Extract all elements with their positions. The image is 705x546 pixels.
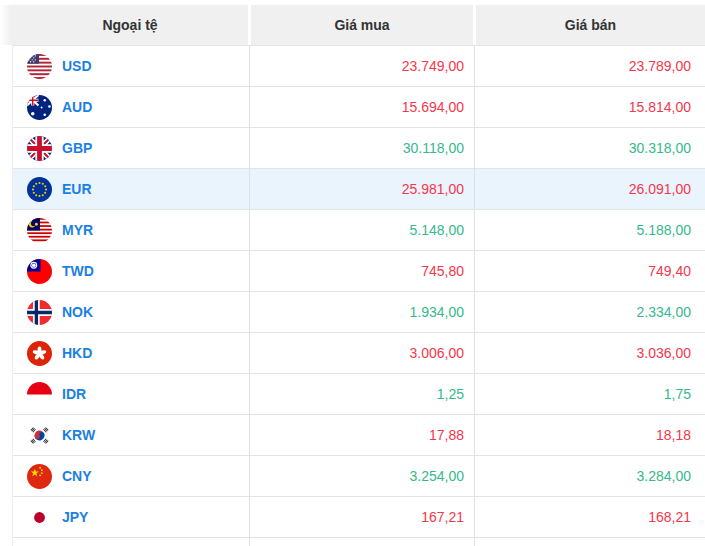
currency-cell: EUR bbox=[13, 169, 249, 209]
col-header-sell-price: Giá bán bbox=[473, 5, 705, 45]
sell-price: 2.334,00 bbox=[474, 292, 705, 332]
currency-cell: NOK bbox=[13, 292, 249, 332]
flag-gbp-icon bbox=[27, 136, 52, 161]
currency-code-link[interactable]: USD bbox=[62, 58, 92, 74]
currency-row-jpy[interactable]: JPY 167,21 168,21 bbox=[12, 496, 705, 537]
exchange-rates-page: Ngoại tệ Giá mua Giá bán USD 23.749,00 2… bbox=[0, 0, 705, 546]
currency-cell: AUD bbox=[13, 87, 249, 127]
currency-code-link[interactable]: JPY bbox=[62, 509, 88, 525]
currency-cell: TWD bbox=[13, 251, 249, 291]
buy-price: 3.254,00 bbox=[249, 456, 474, 496]
sell-price: 30.318,00 bbox=[474, 128, 705, 168]
currency-row-nok[interactable]: NOK 1.934,00 2.334,00 bbox=[12, 291, 705, 332]
buy-price: 30.118,00 bbox=[249, 128, 474, 168]
currency-row-hkd[interactable]: HKD 3.006,00 3.036,00 bbox=[12, 332, 705, 373]
table-header: Ngoại tệ Giá mua Giá bán bbox=[12, 5, 705, 45]
currency-row-cny[interactable]: CNY 3.254,00 3.284,00 bbox=[12, 455, 705, 496]
currency-code-link[interactable]: KRW bbox=[62, 427, 95, 443]
col-header-currency: Ngoại tệ bbox=[12, 5, 248, 45]
buy-price: 167,21 bbox=[249, 497, 474, 537]
currency-code-link[interactable]: CNY bbox=[62, 468, 92, 484]
flag-eur-icon bbox=[27, 177, 52, 202]
flag-jpy-icon bbox=[27, 505, 52, 530]
partial-sell-cell bbox=[474, 538, 705, 546]
partial-currency-cell bbox=[13, 538, 249, 546]
sell-price: 3.036,00 bbox=[474, 333, 705, 373]
currency-cell: IDR bbox=[13, 374, 249, 414]
sell-price: 15.814,00 bbox=[474, 87, 705, 127]
flag-myr-icon bbox=[27, 218, 52, 243]
currency-row-krw[interactable]: KRW 17,88 18,18 bbox=[12, 414, 705, 455]
currency-row-aud[interactable]: AUD 15.694,00 15.814,00 bbox=[12, 86, 705, 127]
sell-price: 5.188,00 bbox=[474, 210, 705, 250]
partial-buy-cell bbox=[249, 538, 474, 546]
sell-price: 168,21 bbox=[474, 497, 705, 537]
buy-price: 15.694,00 bbox=[249, 87, 474, 127]
col-header-buy-price: Giá mua bbox=[248, 5, 473, 45]
currency-code-link[interactable]: NOK bbox=[62, 304, 93, 320]
buy-price: 17,88 bbox=[249, 415, 474, 455]
buy-price: 745,80 bbox=[249, 251, 474, 291]
currency-code-link[interactable]: MYR bbox=[62, 222, 93, 238]
currency-row-eur[interactable]: EUR 25.981,00 26.091,00 bbox=[12, 168, 705, 209]
sell-price: 1,75 bbox=[474, 374, 705, 414]
rates-table: Ngoại tệ Giá mua Giá bán USD 23.749,00 2… bbox=[12, 5, 705, 546]
currency-row-gbp[interactable]: GBP 30.118,00 30.318,00 bbox=[12, 127, 705, 168]
buy-price: 1.934,00 bbox=[249, 292, 474, 332]
currency-cell: HKD bbox=[13, 333, 249, 373]
buy-price: 25.981,00 bbox=[249, 169, 474, 209]
table-body: USD 23.749,00 23.789,00 AUD 15.694,00 15… bbox=[12, 45, 705, 537]
sell-price: 18,18 bbox=[474, 415, 705, 455]
currency-row-idr[interactable]: IDR 1,25 1,75 bbox=[12, 373, 705, 414]
partial-next-row bbox=[12, 537, 705, 546]
currency-cell: MYR bbox=[13, 210, 249, 250]
flag-cny-icon bbox=[27, 464, 52, 489]
currency-code-link[interactable]: HKD bbox=[62, 345, 92, 361]
currency-row-myr[interactable]: MYR 5.148,00 5.188,00 bbox=[12, 209, 705, 250]
currency-cell: KRW bbox=[13, 415, 249, 455]
currency-code-link[interactable]: GBP bbox=[62, 140, 92, 156]
flag-idr-icon bbox=[27, 382, 52, 407]
currency-code-link[interactable]: EUR bbox=[62, 181, 92, 197]
currency-code-link[interactable]: TWD bbox=[62, 263, 94, 279]
buy-price: 1,25 bbox=[249, 374, 474, 414]
currency-row-usd[interactable]: USD 23.749,00 23.789,00 bbox=[12, 45, 705, 86]
buy-price: 5.148,00 bbox=[249, 210, 474, 250]
buy-price: 23.749,00 bbox=[249, 46, 474, 86]
flag-nok-icon bbox=[27, 300, 52, 325]
currency-cell: USD bbox=[13, 46, 249, 86]
currency-code-link[interactable]: AUD bbox=[62, 99, 92, 115]
currency-cell: JPY bbox=[13, 497, 249, 537]
currency-cell: CNY bbox=[13, 456, 249, 496]
buy-price: 3.006,00 bbox=[249, 333, 474, 373]
sell-price: 3.284,00 bbox=[474, 456, 705, 496]
flag-aud-icon bbox=[27, 95, 52, 120]
flag-krw-icon bbox=[27, 423, 52, 448]
currency-row-twd[interactable]: TWD 745,80 749,40 bbox=[12, 250, 705, 291]
sell-price: 23.789,00 bbox=[474, 46, 705, 86]
flag-usd-icon bbox=[27, 54, 52, 79]
sell-price: 26.091,00 bbox=[474, 169, 705, 209]
sell-price: 749,40 bbox=[474, 251, 705, 291]
currency-code-link[interactable]: IDR bbox=[62, 386, 86, 402]
flag-twd-icon bbox=[27, 259, 52, 284]
currency-cell: GBP bbox=[13, 128, 249, 168]
flag-hkd-icon bbox=[27, 341, 52, 366]
